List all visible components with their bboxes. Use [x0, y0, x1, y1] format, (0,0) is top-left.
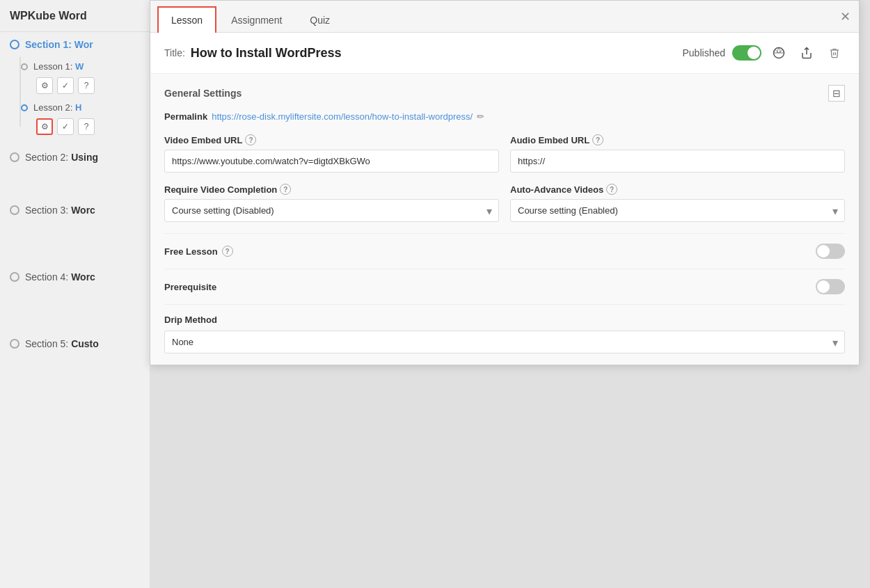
lesson-2-label: Lesson 2: H: [33, 102, 81, 113]
video-help-icon[interactable]: ?: [245, 134, 256, 145]
sidebar-section-2[interactable]: Section 2: Using: [0, 145, 150, 170]
lesson-2-dot: [21, 104, 28, 111]
title-label: Title:: [164, 47, 185, 58]
permalink-edit-icon[interactable]: ✏: [477, 111, 484, 122]
tab-bar: Lesson Assignment Quiz ✕: [150, 1, 859, 33]
audio-embed-group: Audio Embed URL ?: [510, 134, 845, 173]
lesson-1-question-btn[interactable]: ?: [78, 77, 95, 94]
permalink-link[interactable]: https://rose-disk.myliftersite.com/lesso…: [212, 111, 473, 122]
auto-advance-label: Auto-Advance Videos ?: [510, 184, 845, 195]
modal-overlay: Lesson Assignment Quiz ✕ Title: How to I…: [150, 0, 870, 588]
lesson-1-item: Lesson 1: W: [0, 57, 150, 76]
lesson-1-gear-btn[interactable]: ⚙: [36, 77, 53, 94]
section-2-label: Section 2: Using: [25, 152, 98, 163]
section-circle-3: [10, 205, 19, 215]
lesson-2-gear-btn[interactable]: ⚙: [36, 118, 53, 135]
auto-advance-help-icon[interactable]: ?: [606, 184, 617, 195]
title-value: How to Install WordPress: [191, 46, 683, 61]
tab-assignment[interactable]: Assignment: [218, 7, 295, 33]
section-circle-4: [10, 272, 19, 282]
require-video-help-icon[interactable]: ?: [280, 184, 291, 195]
video-embed-label: Video Embed URL ?: [164, 134, 499, 145]
lesson-1-label: Lesson 1: W: [33, 61, 84, 72]
permalink-row: Permalink https://rose-disk.myliftersite…: [164, 111, 845, 122]
video-embed-input[interactable]: [164, 150, 499, 173]
lesson-2-icons: ⚙ ✓ ?: [0, 117, 150, 139]
sidebar: WPKube Word Section 1: Wor Lesson 1: W ⚙…: [0, 0, 150, 588]
video-embed-group: Video Embed URL ?: [164, 134, 499, 173]
section-1-label: Section 1: Wor: [25, 39, 93, 50]
free-lesson-label: Free Lesson ?: [164, 246, 233, 257]
video-options-fields: Require Video Completion ? Course settin…: [164, 184, 845, 222]
embed-fields: Video Embed URL ? Audio Embed URL ?: [164, 134, 845, 173]
lesson-2-item: Lesson 2: H: [0, 98, 150, 117]
free-lesson-help-icon[interactable]: ?: [222, 246, 233, 257]
modal-close-btn[interactable]: ✕: [840, 9, 851, 24]
share-icon-btn[interactable]: [796, 42, 817, 63]
title-actions: Published: [683, 42, 846, 63]
free-lesson-toggle[interactable]: [816, 244, 845, 259]
free-lesson-row: Free Lesson ?: [164, 233, 845, 269]
published-label: Published: [683, 47, 726, 58]
sidebar-section-1[interactable]: Section 1: Wor: [0, 32, 150, 57]
drip-method-label: Drip Method: [164, 315, 845, 325]
drip-select-wrapper: None Date Days After Enrollment Days Aft…: [164, 331, 845, 353]
require-video-select[interactable]: Course setting (Disabled) Enabled Disabl…: [164, 199, 499, 222]
sidebar-section-3[interactable]: Section 3: Worc: [0, 198, 150, 223]
title-bar: Title: How to Install WordPress Publishe…: [150, 33, 859, 74]
section-circle-1: [10, 40, 19, 49]
lesson-2-check-btn[interactable]: ✓: [57, 118, 74, 135]
section-circle-5: [10, 339, 19, 349]
require-video-label: Require Video Completion ?: [164, 184, 499, 195]
prerequisite-label: Prerequisite: [164, 282, 216, 292]
wordpress-icon-btn[interactable]: [768, 42, 789, 63]
audio-embed-input[interactable]: [510, 150, 845, 173]
prerequisite-row: Prerequisite: [164, 269, 845, 304]
sidebar-title: WPKube Word: [0, 0, 150, 32]
general-settings-label: General Settings: [164, 88, 242, 99]
general-settings-header: General Settings ⊟: [164, 85, 845, 102]
lesson-1-check-btn[interactable]: ✓: [57, 77, 74, 94]
section-circle-2: [10, 152, 19, 162]
auto-advance-select[interactable]: Course setting (Enabled) Enabled Disable…: [510, 199, 845, 222]
sidebar-section-5[interactable]: Section 5: Custo: [0, 331, 150, 356]
lesson-2-question-btn[interactable]: ?: [78, 118, 95, 135]
delete-icon-btn[interactable]: [824, 42, 845, 63]
section-3-label: Section 3: Worc: [25, 205, 95, 216]
lesson-1-icons: ⚙ ✓ ?: [0, 76, 150, 98]
audio-help-icon[interactable]: ?: [592, 134, 603, 145]
modal: Lesson Assignment Quiz ✕ Title: How to I…: [150, 0, 860, 365]
section-5-label: Section 5: Custo: [25, 338, 99, 349]
published-toggle[interactable]: [732, 45, 761, 61]
prerequisite-toggle[interactable]: [816, 279, 845, 294]
require-video-select-wrapper: Course setting (Disabled) Enabled Disabl…: [164, 199, 499, 222]
lesson-1-dot: [21, 63, 28, 70]
auto-advance-select-wrapper: Course setting (Enabled) Enabled Disable…: [510, 199, 845, 222]
drip-method-select[interactable]: None Date Days After Enrollment Days Aft…: [164, 331, 845, 353]
tab-lesson[interactable]: Lesson: [157, 6, 216, 33]
drip-method-row: Drip Method None Date Days After Enrollm…: [164, 304, 845, 353]
tab-quiz[interactable]: Quiz: [296, 7, 343, 33]
sidebar-section-4[interactable]: Section 4: Worc: [0, 264, 150, 289]
modal-content: General Settings ⊟ Permalink https://ros…: [150, 74, 859, 365]
collapse-btn[interactable]: ⊟: [828, 85, 845, 102]
section-4-label: Section 4: Worc: [25, 271, 95, 283]
auto-advance-group: Auto-Advance Videos ? Course setting (En…: [510, 184, 845, 222]
permalink-label: Permalink: [164, 111, 207, 122]
require-video-group: Require Video Completion ? Course settin…: [164, 184, 499, 222]
audio-embed-label: Audio Embed URL ?: [510, 134, 845, 145]
